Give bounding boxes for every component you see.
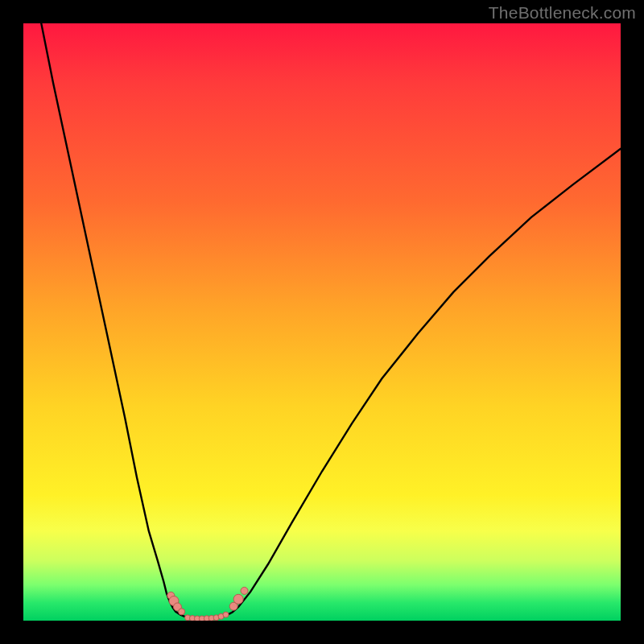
marker-bottom	[223, 612, 229, 617]
marker-left	[179, 609, 185, 615]
outer-frame: TheBottleneck.com	[0, 0, 644, 644]
curve-layer	[41, 23, 621, 618]
chart-svg	[23, 23, 621, 621]
bottleneck-curve	[41, 23, 621, 618]
marker-right	[241, 587, 248, 594]
plot-area	[23, 23, 621, 621]
watermark-text: TheBottleneck.com	[489, 3, 636, 23]
marker-right	[233, 594, 243, 604]
marker-layer	[167, 587, 248, 621]
